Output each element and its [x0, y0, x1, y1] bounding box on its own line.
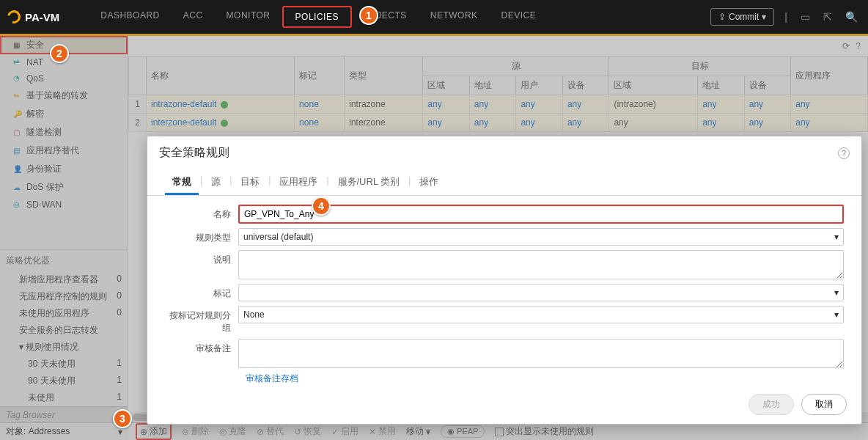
sidebar-item-decrypt[interactable]: 🔑解密	[0, 105, 128, 123]
opt-unusedapp[interactable]: 未使用的应用程序0	[0, 305, 128, 322]
callout-1: 1	[359, 6, 378, 25]
tunnel-icon: ▢	[13, 128, 23, 137]
select-ruletype[interactable]: universal (default) ▾	[238, 228, 844, 246]
audit-archive-link[interactable]: 审核备注存档	[246, 373, 844, 385]
shield-icon: ▦	[13, 41, 23, 50]
col-name[interactable]: 名称	[147, 57, 295, 95]
sidebar-item-qos[interactable]: ◔QoS	[0, 70, 128, 87]
cell-src-zone[interactable]: any	[423, 95, 470, 114]
security-rule-dialog: 安全策略规则 ? 常规| 源| 目标| 应用程序| 服务/URL 类别| 操作 …	[147, 136, 862, 425]
enable-button[interactable]: ✓ 启用	[331, 425, 358, 438]
status-icon	[221, 120, 228, 127]
export-icon[interactable]: ⇱	[820, 8, 835, 26]
sidebar-item-sdwan[interactable]: ◎SD-WAN	[0, 197, 128, 213]
sidebar-item-tunnel[interactable]: ▢隧道检测	[0, 123, 128, 142]
sidebar-item-auth[interactable]: 👤身份验证	[0, 160, 128, 178]
refresh-icon[interactable]: ⟳	[842, 41, 850, 51]
wan-icon: ◎	[13, 200, 23, 209]
disable-button[interactable]: ✕ 禁用	[369, 425, 396, 438]
add-button[interactable]: ⊕ 添加	[136, 423, 172, 440]
cell-src-addr[interactable]: any	[469, 95, 516, 114]
opt-logfw[interactable]: 安全服务的日志转发	[0, 322, 128, 339]
nav-device[interactable]: DEVICE	[490, 6, 548, 28]
tab-application[interactable]: 应用程序	[272, 171, 325, 195]
nav-network[interactable]: NETWORK	[419, 6, 490, 28]
help-icon[interactable]: ?	[856, 41, 861, 51]
highlight-unused-checkbox[interactable]: 突出显示未使用的规则	[495, 425, 594, 438]
cell-src-user[interactable]: any	[516, 95, 563, 114]
col-dst-addr[interactable]: 地址	[698, 76, 745, 95]
cell-src-dev[interactable]: any	[562, 114, 609, 132]
cell-src-addr[interactable]: any	[469, 114, 516, 132]
commit-button[interactable]: ⇪ Commit ▾	[710, 8, 774, 26]
chevron-down-icon: ▾	[834, 232, 839, 242]
cell-tag[interactable]: none	[295, 114, 345, 132]
col-dst-zone[interactable]: 区域	[609, 76, 698, 95]
tab-action[interactable]: 操作	[412, 171, 446, 195]
nav-acc[interactable]: ACC	[172, 6, 215, 28]
cell-app[interactable]: any	[791, 95, 868, 114]
sidebar-item-pbf[interactable]: ↬基于策略的转发	[0, 87, 128, 105]
tab-service[interactable]: 服务/URL 类别	[331, 171, 408, 195]
tab-source[interactable]: 源	[204, 171, 228, 195]
cell-dst-dev[interactable]: any	[744, 95, 791, 114]
col-src-user[interactable]: 用户	[516, 76, 563, 95]
col-type[interactable]: 类型	[345, 57, 423, 95]
select-tag[interactable]: ▾	[238, 284, 844, 301]
cell-src-dev[interactable]: any	[562, 95, 609, 114]
cell-dst-dev[interactable]: any	[744, 114, 791, 132]
move-button[interactable]: 移动 ▾	[406, 425, 430, 438]
objects-bar[interactable]: 对象: Addresses▾	[0, 422, 128, 440]
textarea-audit[interactable]	[238, 339, 844, 368]
replace-button[interactable]: ⊘ 替代	[257, 425, 284, 438]
clone-button[interactable]: ◎ 克隆	[219, 425, 246, 438]
restore-button[interactable]: ↺ 恢复	[294, 425, 321, 438]
nav-monitor[interactable]: MONITOR	[215, 6, 282, 28]
cancel-button[interactable]: 取消	[801, 394, 847, 415]
cell-dst-addr[interactable]: any	[698, 95, 745, 114]
cell-app[interactable]: any	[791, 114, 868, 132]
callout-2: 2	[50, 44, 69, 63]
nav-policies[interactable]: POLICIES	[282, 6, 352, 28]
table-row[interactable]: 2interzone-default noneinterzoneanyanyan…	[129, 114, 868, 132]
opt-newapp[interactable]: 新增应用程序查看器0	[0, 271, 128, 288]
cell-src-user[interactable]: any	[516, 114, 563, 132]
opt-usage[interactable]: ▾ 规则使用情况	[0, 339, 128, 356]
label-group: 按标记对规则分组	[165, 306, 238, 334]
col-src-dev[interactable]: 设备	[562, 76, 609, 95]
cell-dst-zone[interactable]: (intrazone)	[609, 95, 698, 114]
cell-src-zone[interactable]: any	[423, 114, 470, 132]
opt-never[interactable]: 未使用1	[0, 389, 128, 406]
tab-destination[interactable]: 目标	[233, 171, 267, 195]
col-dst-dev[interactable]: 设备	[744, 76, 791, 95]
sidebar-item-dos[interactable]: ☁DoS 保护	[0, 178, 128, 197]
col-tag[interactable]: 标记	[295, 57, 345, 95]
opt-30d[interactable]: 30 天未使用1	[0, 356, 128, 373]
col-src-addr[interactable]: 地址	[469, 76, 516, 95]
col-src-zone[interactable]: 区域	[423, 76, 470, 95]
textarea-desc[interactable]	[238, 250, 844, 279]
search-icon[interactable]: 🔍	[842, 8, 861, 26]
tag-browser-panel[interactable]: Tag Browser	[0, 406, 128, 422]
cell-name[interactable]: intrazone-default	[147, 95, 295, 114]
dialog-help-icon[interactable]: ?	[838, 147, 850, 159]
nav-dashboard[interactable]: DASHBOARD	[89, 6, 172, 28]
rules-table: 名称 标记 类型 源 目标 应用程序 区域 地址 用户 设备 区域 地址 设备	[128, 56, 868, 132]
opt-noapp[interactable]: 无应用程序控制的规则0	[0, 288, 128, 305]
col-app[interactable]: 应用程序	[791, 57, 868, 95]
status-icon	[221, 101, 228, 109]
cell-name[interactable]: interzone-default	[147, 114, 295, 132]
cell-dst-addr[interactable]: any	[698, 114, 745, 132]
opt-90d[interactable]: 90 天未使用1	[0, 373, 128, 389]
cell-tag[interactable]: none	[295, 95, 345, 114]
cell-dst-zone[interactable]: any	[609, 114, 698, 132]
window-icon[interactable]: ▭	[798, 8, 813, 26]
ok-button[interactable]: 成功	[749, 394, 794, 415]
table-row[interactable]: 1intrazone-default noneintrazoneanyanyan…	[129, 95, 868, 114]
sidebar-item-appoverride[interactable]: ▤应用程序替代	[0, 142, 128, 160]
tab-general[interactable]: 常规	[165, 171, 199, 195]
top-right-controls: ⇪ Commit ▾ | ▭ ⇱ 🔍	[710, 8, 861, 26]
select-group[interactable]: None▾	[238, 306, 844, 323]
peap-badge[interactable]: ◉ PEAP	[441, 425, 485, 438]
delete-button[interactable]: ⊖ 删除	[182, 425, 209, 438]
